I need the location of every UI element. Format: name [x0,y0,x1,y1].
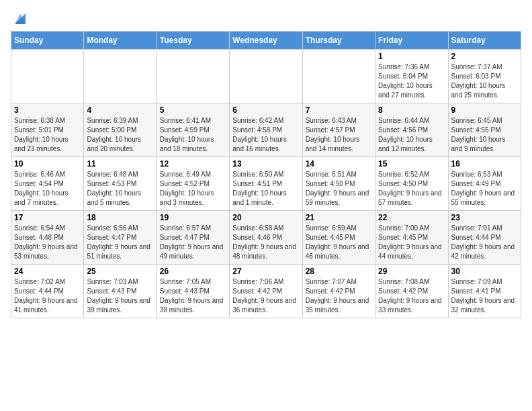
weekday-header: Sunday [11,32,84,50]
day-number: 15 [378,159,445,169]
calendar-table: SundayMondayTuesdayWednesdayThursdayFrid… [11,31,521,318]
weekday-header: Monday [84,32,157,50]
day-info: Sunrise: 7:06 AM Sunset: 4:42 PM Dayligh… [232,277,299,315]
day-info: Sunrise: 6:54 AM Sunset: 4:48 PM Dayligh… [14,224,81,261]
calendar-cell: 25Sunrise: 7:03 AM Sunset: 4:43 PM Dayli… [84,265,157,318]
day-number: 19 [160,213,226,222]
day-number: 6 [232,105,299,115]
day-number: 11 [87,159,153,169]
calendar-cell: 9Sunrise: 6:45 AM Sunset: 4:55 PM Daylig… [448,103,521,157]
calendar-week-row: 17Sunrise: 6:54 AM Sunset: 4:48 PM Dayli… [11,211,521,265]
day-number: 7 [306,105,372,115]
calendar-week-row: 10Sunrise: 6:46 AM Sunset: 4:54 PM Dayli… [11,157,521,211]
day-info: Sunrise: 6:39 AM Sunset: 5:00 PM Dayligh… [87,116,153,154]
calendar-cell: 10Sunrise: 6:46 AM Sunset: 4:54 PM Dayli… [11,157,84,211]
day-number: 23 [451,213,518,222]
calendar-cell: 7Sunrise: 6:43 AM Sunset: 4:57 PM Daylig… [302,103,375,157]
logo [11,11,27,26]
day-info: Sunrise: 6:38 AM Sunset: 5:01 PM Dayligh… [14,116,81,154]
day-info: Sunrise: 6:46 AM Sunset: 4:54 PM Dayligh… [14,170,81,208]
calendar-cell: 28Sunrise: 7:07 AM Sunset: 4:42 PM Dayli… [302,265,375,318]
calendar-cell: 17Sunrise: 6:54 AM Sunset: 4:48 PM Dayli… [11,211,84,265]
day-number: 9 [451,105,518,115]
day-number: 28 [306,267,372,276]
day-number: 8 [378,105,445,115]
calendar-cell: 24Sunrise: 7:02 AM Sunset: 4:44 PM Dayli… [11,265,84,318]
calendar-cell: 21Sunrise: 6:59 AM Sunset: 4:45 PM Dayli… [302,211,375,265]
calendar-cell [157,50,229,103]
day-number: 2 [451,52,518,61]
day-info: Sunrise: 6:49 AM Sunset: 4:52 PM Dayligh… [160,170,226,208]
calendar-cell: 16Sunrise: 6:53 AM Sunset: 4:49 PM Dayli… [448,157,521,211]
day-info: Sunrise: 6:50 AM Sunset: 4:51 PM Dayligh… [232,170,299,208]
day-info: Sunrise: 6:51 AM Sunset: 4:50 PM Dayligh… [306,170,372,208]
calendar-cell: 11Sunrise: 6:48 AM Sunset: 4:53 PM Dayli… [84,157,157,211]
page-header [11,11,521,26]
day-info: Sunrise: 7:09 AM Sunset: 4:41 PM Dayligh… [451,277,518,315]
weekday-header: Saturday [448,32,521,50]
weekday-header: Tuesday [157,32,229,50]
day-number: 16 [451,159,518,169]
day-number: 17 [14,213,81,222]
day-number: 4 [87,105,153,115]
calendar-cell: 23Sunrise: 7:01 AM Sunset: 4:44 PM Dayli… [448,211,521,265]
calendar-cell: 13Sunrise: 6:50 AM Sunset: 4:51 PM Dayli… [230,157,302,211]
day-number: 1 [378,52,445,61]
weekday-header-row: SundayMondayTuesdayWednesdayThursdayFrid… [11,32,521,50]
day-number: 27 [232,267,299,276]
calendar-cell: 5Sunrise: 6:41 AM Sunset: 4:59 PM Daylig… [157,103,229,157]
day-info: Sunrise: 6:59 AM Sunset: 4:45 PM Dayligh… [306,224,372,261]
calendar-cell: 22Sunrise: 7:00 AM Sunset: 4:45 PM Dayli… [375,211,448,265]
calendar-week-row: 1Sunrise: 7:36 AM Sunset: 6:04 PM Daylig… [11,50,521,103]
day-number: 5 [160,105,226,115]
calendar-week-row: 3Sunrise: 6:38 AM Sunset: 5:01 PM Daylig… [11,103,521,157]
day-number: 3 [14,105,81,115]
day-number: 26 [160,267,226,276]
weekday-header: Friday [375,32,448,50]
calendar-cell [302,50,375,103]
day-info: Sunrise: 6:44 AM Sunset: 4:56 PM Dayligh… [378,116,445,154]
logo-icon [13,11,27,26]
day-info: Sunrise: 6:52 AM Sunset: 4:50 PM Dayligh… [378,170,445,208]
day-info: Sunrise: 7:01 AM Sunset: 4:44 PM Dayligh… [451,224,518,261]
day-info: Sunrise: 7:07 AM Sunset: 4:42 PM Dayligh… [306,277,372,315]
day-number: 24 [14,267,81,276]
calendar-cell: 14Sunrise: 6:51 AM Sunset: 4:50 PM Dayli… [302,157,375,211]
calendar-cell: 8Sunrise: 6:44 AM Sunset: 4:56 PM Daylig… [375,103,448,157]
calendar-cell [230,50,302,103]
calendar-cell: 12Sunrise: 6:49 AM Sunset: 4:52 PM Dayli… [157,157,229,211]
calendar-cell: 27Sunrise: 7:06 AM Sunset: 4:42 PM Dayli… [230,265,302,318]
calendar-cell: 29Sunrise: 7:08 AM Sunset: 4:42 PM Dayli… [375,265,448,318]
day-info: Sunrise: 7:02 AM Sunset: 4:44 PM Dayligh… [14,277,81,315]
calendar-cell [84,50,157,103]
day-number: 21 [306,213,372,222]
day-number: 20 [232,213,299,222]
day-info: Sunrise: 6:43 AM Sunset: 4:57 PM Dayligh… [306,116,372,154]
day-info: Sunrise: 7:05 AM Sunset: 4:43 PM Dayligh… [160,277,226,315]
day-info: Sunrise: 6:48 AM Sunset: 4:53 PM Dayligh… [87,170,153,208]
day-info: Sunrise: 7:00 AM Sunset: 4:45 PM Dayligh… [378,224,445,261]
day-number: 12 [160,159,226,169]
day-number: 18 [87,213,153,222]
day-info: Sunrise: 6:57 AM Sunset: 4:47 PM Dayligh… [160,224,226,261]
weekday-header: Wednesday [230,32,302,50]
calendar-cell: 20Sunrise: 6:58 AM Sunset: 4:46 PM Dayli… [230,211,302,265]
calendar-week-row: 24Sunrise: 7:02 AM Sunset: 4:44 PM Dayli… [11,265,521,318]
calendar-cell [11,50,84,103]
day-number: 14 [306,159,372,169]
calendar-cell: 26Sunrise: 7:05 AM Sunset: 4:43 PM Dayli… [157,265,229,318]
day-info: Sunrise: 6:58 AM Sunset: 4:46 PM Dayligh… [232,224,299,261]
day-number: 13 [232,159,299,169]
calendar-cell: 6Sunrise: 6:42 AM Sunset: 4:58 PM Daylig… [230,103,302,157]
day-info: Sunrise: 6:45 AM Sunset: 4:55 PM Dayligh… [451,116,518,154]
calendar-cell: 30Sunrise: 7:09 AM Sunset: 4:41 PM Dayli… [448,265,521,318]
weekday-header: Thursday [302,32,375,50]
calendar-cell: 3Sunrise: 6:38 AM Sunset: 5:01 PM Daylig… [11,103,84,157]
calendar-cell: 18Sunrise: 6:56 AM Sunset: 4:47 PM Dayli… [84,211,157,265]
day-info: Sunrise: 7:03 AM Sunset: 4:43 PM Dayligh… [87,277,153,315]
day-info: Sunrise: 6:41 AM Sunset: 4:59 PM Dayligh… [160,116,226,154]
day-info: Sunrise: 7:08 AM Sunset: 4:42 PM Dayligh… [378,277,445,315]
day-number: 29 [378,267,445,276]
calendar-cell: 2Sunrise: 7:37 AM Sunset: 6:03 PM Daylig… [448,50,521,103]
calendar-cell: 15Sunrise: 6:52 AM Sunset: 4:50 PM Dayli… [375,157,448,211]
